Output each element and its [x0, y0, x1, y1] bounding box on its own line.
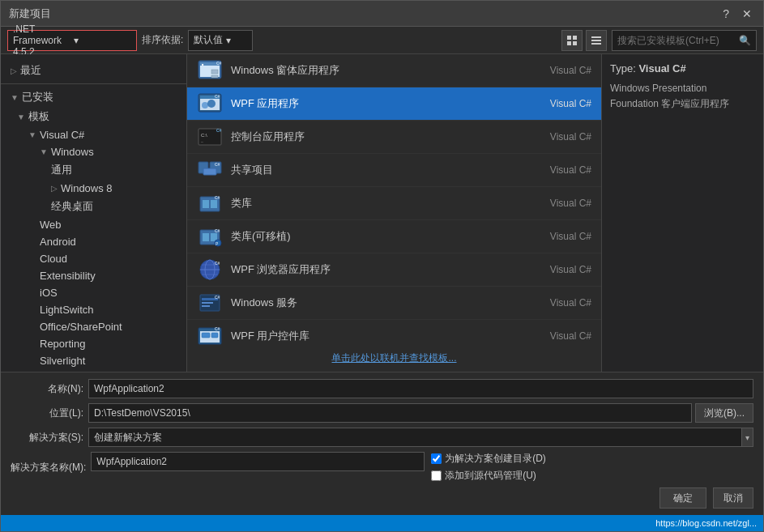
sidebar-item-silverlight[interactable]: Silverlight — [1, 352, 186, 369]
solution-name-row: 解决方案名称(M): 为解决方案创建目录(D) 添加到源代码管理(U) — [11, 452, 753, 483]
solution-dropdown-arrow: ▾ — [742, 428, 753, 447]
classlib-portable-icon: P C# — [197, 225, 223, 248]
help-button[interactable]: ? — [719, 7, 732, 20]
checkbox2-row[interactable]: 添加到源代码管理(U) — [431, 469, 753, 483]
right-panel-title: Type: Visual C# — [610, 62, 755, 74]
svg-text:C#: C# — [216, 128, 222, 133]
sidebar-item-common[interactable]: 通用 — [1, 160, 186, 180]
type-label: Type: — [610, 62, 636, 74]
sidebar-item-reporting[interactable]: Reporting — [1, 335, 186, 352]
sort-dropdown[interactable]: 默认值 ▾ — [188, 30, 253, 51]
checkbox1-row[interactable]: 为解决方案创建目录(D) — [431, 452, 753, 466]
svg-rect-29 — [203, 200, 209, 208]
template-item-classlib[interactable]: C# 类库 Visual C# — [187, 187, 601, 220]
sidebar-item-visualcsharp[interactable]: ▼ Visual C# — [1, 126, 186, 143]
template-item-winforms[interactable]: ■ C# Windows 窗体应用程序 Visual C# — [187, 54, 601, 87]
sidebar-item-templates[interactable]: ▼ 模板 — [1, 107, 186, 126]
template-item-console[interactable]: C:\ _ C# 控制台应用程序 Visual C# — [187, 121, 601, 154]
sidebar-item-installed[interactable]: ▼ 已安装 — [1, 87, 186, 107]
template-type-console: Visual C# — [527, 131, 591, 143]
template-item-wpf-browser[interactable]: C# WPF 浏览器应用程序 Visual C# — [187, 253, 601, 287]
svg-rect-30 — [211, 200, 217, 208]
location-input[interactable] — [88, 403, 692, 423]
right-panel-desc: Windows Presentation Foundation 客户端应用程序 — [610, 81, 755, 112]
search-box[interactable]: 🔍 — [612, 30, 757, 51]
svg-rect-26 — [203, 168, 216, 175]
svg-text:C#: C# — [215, 162, 220, 167]
checkbox2-label: 添加到源代码管理(U) — [445, 469, 536, 483]
svg-rect-46 — [202, 302, 213, 304]
svg-rect-33 — [203, 233, 209, 241]
framework-arrow: ▾ — [74, 35, 131, 46]
wpf-userctrl-icon: C# — [197, 325, 223, 345]
grid-view-button[interactable] — [561, 30, 583, 51]
template-name-wpf-browser: WPF 浏览器应用程序 — [231, 262, 519, 277]
checkbox2[interactable] — [431, 470, 442, 481]
left-panel: ▷ 最近 ▼ 已安装 ▼ 模板 ▼ Visual C# ▼ — [1, 54, 187, 372]
sidebar-item-windows8[interactable]: ▷ Windows 8 — [1, 180, 186, 197]
checkbox1[interactable] — [431, 453, 442, 464]
sidebar-item-recent[interactable]: ▷ 最近 — [1, 61, 186, 80]
location-row: 位置(L): 浏览(B)... — [11, 403, 753, 423]
template-item-classlib-portable[interactable]: P C# 类库(可移植) Visual C# — [187, 220, 601, 253]
right-panel: Type: Visual C# Windows Presentation Fou… — [601, 54, 763, 372]
sidebar-item-classic-desktop[interactable]: 经典桌面 — [1, 197, 186, 216]
ok-button[interactable]: 确定 — [659, 487, 706, 509]
wpf-icon: C# — [197, 92, 223, 115]
solution-name-label: 解决方案名称(M): — [11, 461, 86, 475]
windows-arrow-icon: ▼ — [40, 147, 48, 156]
recent-arrow-icon: ▷ — [11, 66, 17, 75]
search-input[interactable] — [617, 35, 739, 46]
classlib-icon: C# — [197, 192, 223, 215]
sidebar-item-office-sharepoint[interactable]: Office/SharePoint — [1, 318, 186, 335]
online-link[interactable]: 单击此处以联机并查找模板... — [187, 345, 601, 372]
sidebar-item-web[interactable]: Web — [1, 216, 186, 233]
template-item-wpf[interactable]: C# WPF 应用程序 Visual C# — [187, 87, 601, 121]
sidebar-item-windows[interactable]: ▼ Windows — [1, 143, 186, 160]
windows8-arrow-icon: ▷ — [51, 184, 58, 193]
template-type-winforms: Visual C# — [527, 65, 591, 76]
framework-dropdown[interactable]: .NET Framework 4.5.2 ▾ — [7, 30, 137, 51]
console-icon: C:\ _ C# — [197, 126, 223, 148]
svg-rect-52 — [211, 333, 218, 338]
svg-rect-4 — [591, 36, 601, 38]
template-type-wpf-userctrl: Visual C# — [527, 330, 591, 342]
template-name-shared: 共享项目 — [231, 163, 519, 177]
svg-text:C#: C# — [215, 94, 220, 99]
tree-section: ▷ 最近 ▼ 已安装 ▼ 模板 ▼ Visual C# ▼ — [1, 57, 186, 372]
svg-rect-2 — [567, 41, 571, 45]
template-type-wpf: Visual C# — [527, 98, 591, 109]
template-name-classlib-portable: 类库(可移植) — [231, 229, 519, 244]
template-type-classlib: Visual C# — [527, 198, 591, 209]
winsvc-icon: C# — [197, 292, 223, 314]
bottom-buttons: 确定 取消 — [11, 487, 753, 509]
svg-rect-11 — [211, 70, 218, 74]
sidebar-item-cloud[interactable]: Cloud — [1, 250, 186, 267]
template-name-console: 控制台应用程序 — [231, 130, 519, 144]
sidebar-item-ios[interactable]: iOS — [1, 284, 186, 301]
svg-rect-1 — [573, 36, 577, 40]
template-item-winsvc[interactable]: C# Windows 服务 Visual C# — [187, 287, 601, 320]
dialog-title: 新建项目 — [9, 6, 51, 21]
name-label: 名称(N): — [11, 382, 83, 396]
solution-row: 解决方案(S): 创建新解决方案 ▾ — [11, 428, 753, 447]
svg-text:C#: C# — [215, 326, 220, 331]
solution-dropdown[interactable]: 创建新解决方案 — [88, 428, 742, 447]
sidebar-item-lightswitch[interactable]: LightSwitch — [1, 301, 186, 318]
sidebar-item-android[interactable]: Android — [1, 233, 186, 250]
winforms-icon: ■ C# — [197, 59, 223, 82]
solution-name-input[interactable] — [91, 452, 425, 471]
solution-name-right: 为解决方案创建目录(D) 添加到源代码管理(U) — [91, 452, 753, 483]
template-name-wpf-userctrl: WPF 用户控件库 — [231, 329, 519, 343]
list-view-button[interactable] — [586, 30, 607, 51]
name-input[interactable] — [88, 379, 753, 398]
browse-button[interactable]: 浏览(B)... — [695, 403, 753, 423]
template-item-shared[interactable]: C# 共享项目 Visual C# — [187, 154, 601, 187]
sort-arrow: ▾ — [226, 35, 231, 46]
close-button[interactable]: ✕ — [739, 7, 755, 20]
template-item-wpf-userctrl[interactable]: C# WPF 用户控件库 Visual C# — [187, 320, 601, 345]
svg-rect-51 — [202, 333, 210, 338]
sidebar-item-extensibility[interactable]: Extensibility — [1, 267, 186, 284]
cancel-button[interactable]: 取消 — [713, 487, 753, 509]
template-name-classlib: 类库 — [231, 196, 519, 211]
